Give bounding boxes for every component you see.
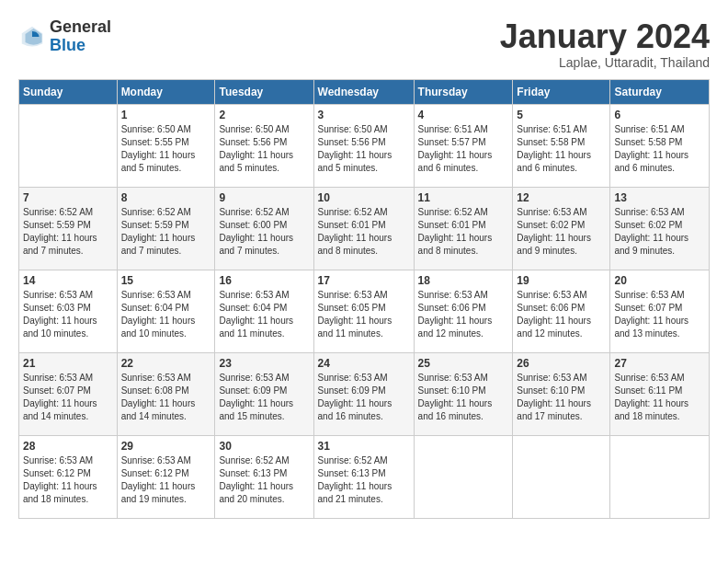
day-cell: 9Sunrise: 6:52 AM Sunset: 6:00 PM Daylig… xyxy=(215,187,313,270)
col-header-wednesday: Wednesday xyxy=(313,79,414,104)
logo-icon xyxy=(18,23,46,51)
day-info: Sunrise: 6:50 AM Sunset: 5:56 PM Dayligh… xyxy=(318,123,410,175)
day-info: Sunrise: 6:51 AM Sunset: 5:57 PM Dayligh… xyxy=(418,123,509,175)
day-cell: 14Sunrise: 6:53 AM Sunset: 6:03 PM Dayli… xyxy=(19,270,118,352)
day-number: 28 xyxy=(23,440,113,453)
logo-blue: Blue xyxy=(50,36,85,54)
week-row-4: 21Sunrise: 6:53 AM Sunset: 6:07 PM Dayli… xyxy=(19,352,710,435)
day-number: 5 xyxy=(517,109,606,121)
day-cell: 2Sunrise: 6:50 AM Sunset: 5:56 PM Daylig… xyxy=(215,104,313,187)
day-number: 2 xyxy=(219,109,309,121)
title-block: January 2024 Laplae, Uttaradit, Thailand xyxy=(500,18,710,70)
day-info: Sunrise: 6:53 AM Sunset: 6:09 PM Dayligh… xyxy=(318,372,410,423)
day-cell: 15Sunrise: 6:53 AM Sunset: 6:04 PM Dayli… xyxy=(117,270,215,352)
day-number: 23 xyxy=(219,357,309,370)
day-cell: 23Sunrise: 6:53 AM Sunset: 6:09 PM Dayli… xyxy=(215,352,313,435)
day-number: 26 xyxy=(517,357,606,370)
day-number: 16 xyxy=(219,274,309,287)
day-info: Sunrise: 6:53 AM Sunset: 6:02 PM Dayligh… xyxy=(614,206,705,258)
day-number: 29 xyxy=(121,440,211,453)
day-cell: 16Sunrise: 6:53 AM Sunset: 6:04 PM Dayli… xyxy=(215,270,313,352)
day-cell: 7Sunrise: 6:52 AM Sunset: 5:59 PM Daylig… xyxy=(19,187,118,270)
day-number: 1 xyxy=(121,109,211,121)
day-cell: 13Sunrise: 6:53 AM Sunset: 6:02 PM Dayli… xyxy=(610,187,710,270)
day-cell: 24Sunrise: 6:53 AM Sunset: 6:09 PM Dayli… xyxy=(313,352,414,435)
col-header-tuesday: Tuesday xyxy=(215,79,313,104)
week-row-1: 1Sunrise: 6:50 AM Sunset: 5:55 PM Daylig… xyxy=(19,104,710,187)
day-info: Sunrise: 6:52 AM Sunset: 6:13 PM Dayligh… xyxy=(318,454,410,506)
logo-general: General xyxy=(50,17,111,36)
logo: General Blue xyxy=(18,18,111,55)
day-info: Sunrise: 6:53 AM Sunset: 6:04 PM Dayligh… xyxy=(219,289,309,340)
day-number: 18 xyxy=(418,274,509,287)
day-info: Sunrise: 6:53 AM Sunset: 6:05 PM Dayligh… xyxy=(318,289,410,340)
day-number: 7 xyxy=(23,191,113,204)
day-info: Sunrise: 6:50 AM Sunset: 5:55 PM Dayligh… xyxy=(121,123,211,175)
day-cell: 18Sunrise: 6:53 AM Sunset: 6:06 PM Dayli… xyxy=(414,270,513,352)
day-info: Sunrise: 6:53 AM Sunset: 6:06 PM Dayligh… xyxy=(517,289,606,340)
col-header-sunday: Sunday xyxy=(19,79,118,104)
day-number: 21 xyxy=(23,357,113,370)
day-info: Sunrise: 6:53 AM Sunset: 6:12 PM Dayligh… xyxy=(23,454,113,506)
week-row-5: 28Sunrise: 6:53 AM Sunset: 6:12 PM Dayli… xyxy=(19,435,710,518)
day-number: 10 xyxy=(318,191,410,204)
day-cell xyxy=(610,435,710,518)
day-cell: 26Sunrise: 6:53 AM Sunset: 6:10 PM Dayli… xyxy=(513,352,610,435)
day-info: Sunrise: 6:52 AM Sunset: 6:01 PM Dayligh… xyxy=(318,206,410,258)
day-cell: 3Sunrise: 6:50 AM Sunset: 5:56 PM Daylig… xyxy=(313,104,414,187)
day-info: Sunrise: 6:52 AM Sunset: 6:13 PM Dayligh… xyxy=(219,454,309,506)
col-header-saturday: Saturday xyxy=(610,79,710,104)
day-cell: 10Sunrise: 6:52 AM Sunset: 6:01 PM Dayli… xyxy=(313,187,414,270)
day-number: 4 xyxy=(418,109,509,121)
day-number: 25 xyxy=(418,357,509,370)
week-row-3: 14Sunrise: 6:53 AM Sunset: 6:03 PM Dayli… xyxy=(19,270,710,352)
day-cell: 11Sunrise: 6:52 AM Sunset: 6:01 PM Dayli… xyxy=(414,187,513,270)
col-header-monday: Monday xyxy=(117,79,215,104)
day-cell: 6Sunrise: 6:51 AM Sunset: 5:58 PM Daylig… xyxy=(610,104,710,187)
day-info: Sunrise: 6:52 AM Sunset: 6:00 PM Dayligh… xyxy=(219,206,309,258)
day-cell: 5Sunrise: 6:51 AM Sunset: 5:58 PM Daylig… xyxy=(513,104,610,187)
day-info: Sunrise: 6:53 AM Sunset: 6:12 PM Dayligh… xyxy=(121,454,211,506)
day-cell: 4Sunrise: 6:51 AM Sunset: 5:57 PM Daylig… xyxy=(414,104,513,187)
day-cell: 25Sunrise: 6:53 AM Sunset: 6:10 PM Dayli… xyxy=(414,352,513,435)
page-header: General Blue January 2024 Laplae, Uttara… xyxy=(18,18,710,70)
day-cell xyxy=(19,104,118,187)
day-number: 3 xyxy=(318,109,410,121)
day-number: 20 xyxy=(614,274,705,287)
day-cell xyxy=(414,435,513,518)
day-cell: 12Sunrise: 6:53 AM Sunset: 6:02 PM Dayli… xyxy=(513,187,610,270)
logo-text: General Blue xyxy=(50,18,111,55)
col-header-friday: Friday xyxy=(513,79,610,104)
day-number: 9 xyxy=(219,191,309,204)
day-number: 13 xyxy=(614,191,705,204)
header-row: SundayMondayTuesdayWednesdayThursdayFrid… xyxy=(19,79,710,104)
day-info: Sunrise: 6:52 AM Sunset: 5:59 PM Dayligh… xyxy=(121,206,211,258)
location: Laplae, Uttaradit, Thailand xyxy=(500,55,710,70)
day-info: Sunrise: 6:52 AM Sunset: 6:01 PM Dayligh… xyxy=(418,206,509,258)
day-info: Sunrise: 6:51 AM Sunset: 5:58 PM Dayligh… xyxy=(614,123,705,175)
day-info: Sunrise: 6:53 AM Sunset: 6:07 PM Dayligh… xyxy=(23,372,113,423)
day-cell: 20Sunrise: 6:53 AM Sunset: 6:07 PM Dayli… xyxy=(610,270,710,352)
day-number: 30 xyxy=(219,440,309,453)
day-cell xyxy=(513,435,610,518)
week-row-2: 7Sunrise: 6:52 AM Sunset: 5:59 PM Daylig… xyxy=(19,187,710,270)
day-number: 8 xyxy=(121,191,211,204)
day-cell: 17Sunrise: 6:53 AM Sunset: 6:05 PM Dayli… xyxy=(313,270,414,352)
day-number: 31 xyxy=(318,440,410,453)
day-number: 15 xyxy=(121,274,211,287)
day-number: 11 xyxy=(418,191,509,204)
day-number: 22 xyxy=(121,357,211,370)
day-info: Sunrise: 6:53 AM Sunset: 6:07 PM Dayligh… xyxy=(614,289,705,340)
month-title: January 2024 xyxy=(500,18,710,55)
day-cell: 19Sunrise: 6:53 AM Sunset: 6:06 PM Dayli… xyxy=(513,270,610,352)
day-info: Sunrise: 6:53 AM Sunset: 6:10 PM Dayligh… xyxy=(418,372,509,423)
day-cell: 29Sunrise: 6:53 AM Sunset: 6:12 PM Dayli… xyxy=(117,435,215,518)
day-cell: 22Sunrise: 6:53 AM Sunset: 6:08 PM Dayli… xyxy=(117,352,215,435)
day-number: 14 xyxy=(23,274,113,287)
day-info: Sunrise: 6:53 AM Sunset: 6:04 PM Dayligh… xyxy=(121,289,211,340)
day-cell: 1Sunrise: 6:50 AM Sunset: 5:55 PM Daylig… xyxy=(117,104,215,187)
day-info: Sunrise: 6:50 AM Sunset: 5:56 PM Dayligh… xyxy=(219,123,309,175)
day-number: 6 xyxy=(614,109,705,121)
day-number: 19 xyxy=(517,274,606,287)
day-info: Sunrise: 6:53 AM Sunset: 6:09 PM Dayligh… xyxy=(219,372,309,423)
